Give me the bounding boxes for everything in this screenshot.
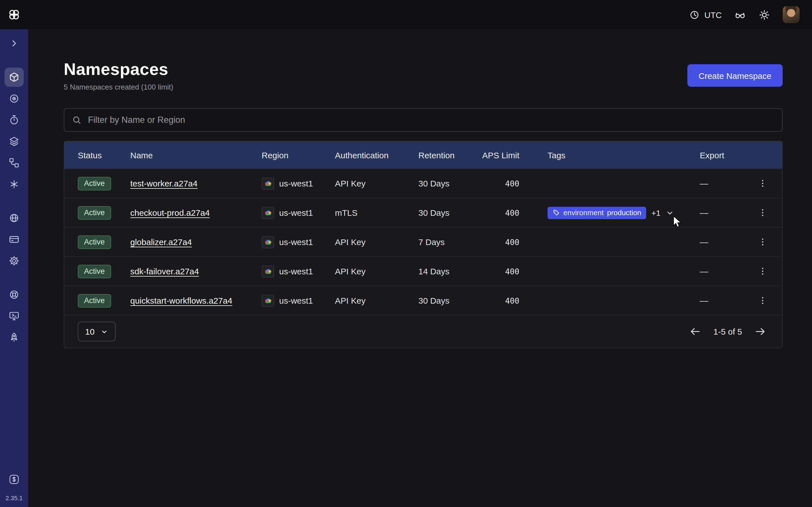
page-title: Namespaces	[64, 60, 173, 79]
filter-search	[64, 108, 783, 132]
create-namespace-button[interactable]: Create Namespace	[688, 64, 783, 87]
status-badge: Active	[78, 294, 111, 307]
row-menu-kebab-icon[interactable]	[756, 206, 770, 220]
sidebar-item-quickstart-rocket-icon[interactable]	[4, 328, 24, 347]
table-row: Active globalizer.a27a4 us-west1	[64, 227, 782, 256]
aps-value: 400	[480, 208, 548, 217]
tag-chip[interactable]: environment production	[548, 207, 647, 219]
status-badge: Active	[78, 206, 111, 219]
retention-label: 30 Days	[418, 296, 480, 305]
tags-expand-chevron-icon[interactable]	[665, 208, 674, 217]
sidebar-item-nexus-asterisk-icon[interactable]	[4, 175, 24, 194]
filter-input[interactable]	[64, 108, 783, 132]
row-menu-kebab-icon[interactable]	[756, 235, 770, 249]
app-version: 2.35.1	[5, 495, 22, 501]
namespaces-table: Status Name Region Authentication Retent…	[64, 141, 783, 348]
page-subtitle: 5 Namespaces created (100 limit)	[64, 83, 173, 91]
sidebar-item-target-icon[interactable]	[4, 89, 24, 108]
row-menu-kebab-icon[interactable]	[756, 293, 770, 307]
column-header-tags: Tags	[548, 150, 700, 160]
tag-value: production	[607, 208, 641, 217]
sidebar-item-billing-card-icon[interactable]	[4, 230, 24, 249]
gcp-cloud-icon	[262, 265, 274, 277]
column-header-retention: Retention	[418, 150, 480, 160]
timezone-selector[interactable]: UTC	[689, 9, 722, 20]
namespace-link[interactable]: globalizer.a27a4	[130, 237, 192, 247]
sidebar-item-settings-gear-icon[interactable]	[4, 251, 24, 270]
page-size-select[interactable]: 10	[78, 322, 115, 341]
export-value: —	[700, 208, 751, 217]
sidebar-item-workflow-branch-icon[interactable]	[4, 153, 24, 172]
export-value: —	[700, 179, 751, 188]
clock-icon	[689, 9, 700, 20]
namespace-link[interactable]: test-worker.a27a4	[130, 179, 197, 188]
sidebar: 2.35.1	[0, 29, 28, 507]
region-label: us-west1	[279, 208, 313, 217]
region-label: us-west1	[279, 179, 313, 188]
table-row: Active checkout-prod.a27a4 us-west1	[64, 198, 782, 227]
region-label: us-west1	[279, 237, 313, 247]
aps-value: 400	[480, 179, 548, 188]
gcp-cloud-icon	[262, 177, 274, 189]
export-value: —	[700, 267, 751, 276]
auth-label: API Key	[335, 237, 418, 247]
row-menu-kebab-icon[interactable]	[756, 176, 770, 190]
auth-label: API Key	[335, 267, 418, 276]
glasses-icon[interactable]	[734, 9, 746, 20]
aps-value: 400	[480, 267, 548, 276]
status-badge: Active	[78, 235, 111, 249]
sidebar-collapse-chevron-icon[interactable]	[4, 34, 24, 53]
auth-label: API Key	[335, 179, 418, 188]
gcp-cloud-icon	[262, 236, 274, 248]
search-icon	[71, 115, 82, 125]
namespace-link[interactable]: quickstart-workflows.a27a4	[130, 296, 232, 305]
export-value: —	[700, 237, 751, 247]
table-row: Active sdk-failover.a27a4 us-west1	[64, 256, 782, 286]
table-row: Active test-worker.a27a4 us-west1	[64, 168, 782, 198]
row-menu-kebab-icon[interactable]	[756, 264, 770, 278]
temporal-logo-icon[interactable]	[0, 8, 28, 21]
theme-toggle-sun-icon[interactable]	[758, 9, 770, 20]
sidebar-item-layers-icon[interactable]	[4, 132, 24, 151]
gcp-cloud-icon	[262, 207, 274, 219]
topbar: UTC	[0, 0, 812, 29]
timezone-label: UTC	[704, 10, 722, 19]
pagination-range: 1-5 of 5	[713, 327, 742, 336]
pagination-next-arrow-icon[interactable]	[753, 325, 767, 339]
region-label: us-west1	[279, 267, 313, 276]
retention-label: 14 Days	[418, 267, 480, 276]
export-value: —	[700, 296, 751, 305]
namespace-link[interactable]: sdk-failover.a27a4	[130, 267, 199, 276]
column-header-name: Name	[130, 150, 262, 160]
column-header-export: Export	[700, 150, 751, 160]
gcp-cloud-icon	[262, 294, 274, 307]
sidebar-item-timer-icon[interactable]	[4, 110, 24, 129]
retention-label: 30 Days	[418, 179, 480, 188]
pagination-prev-arrow-icon[interactable]	[688, 325, 702, 339]
aps-value: 400	[480, 296, 548, 305]
region-label: us-west1	[279, 296, 313, 305]
table-row: Active quickstart-workflows.a27a4 us-wes…	[64, 286, 782, 315]
main-panel: Namespaces 5 Namespaces created (100 lim…	[28, 29, 812, 507]
usage-dollar-icon[interactable]	[4, 470, 24, 489]
chevron-down-icon	[100, 328, 108, 335]
status-badge: Active	[78, 177, 111, 190]
page-size-value: 10	[85, 327, 94, 336]
column-header-region: Region	[262, 150, 335, 160]
tag-more-count: +1	[652, 208, 661, 217]
status-badge: Active	[78, 265, 111, 278]
namespace-link[interactable]: checkout-prod.a27a4	[130, 208, 210, 217]
auth-label: mTLS	[335, 208, 418, 217]
retention-label: 30 Days	[418, 208, 480, 217]
user-avatar[interactable]	[783, 6, 800, 23]
topbar-actions: UTC	[689, 6, 812, 23]
sidebar-item-tutorial-monitor-icon[interactable]	[4, 306, 24, 326]
sidebar-item-globe-icon[interactable]	[4, 209, 24, 228]
auth-label: API Key	[335, 296, 418, 305]
tag-icon	[553, 209, 560, 216]
column-header-status: Status	[78, 150, 130, 160]
sidebar-item-namespaces-cube-icon[interactable]	[4, 68, 24, 87]
sidebar-item-support-lifebuoy-icon[interactable]	[4, 285, 24, 304]
table-footer: 10 1-5 of 5	[64, 315, 782, 348]
retention-label: 7 Days	[418, 237, 480, 247]
